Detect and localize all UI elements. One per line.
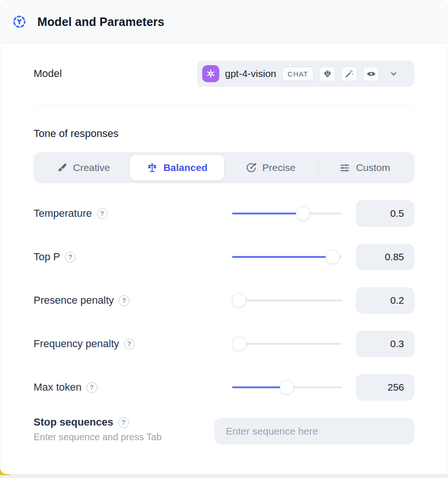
model-row: Model gpt-4-vi xyxy=(34,60,414,87)
robot-icon xyxy=(319,67,336,81)
tab-creative[interactable]: Creative xyxy=(36,155,130,180)
top-p-value[interactable]: 0.85 xyxy=(356,244,414,270)
slider-track[interactable] xyxy=(232,299,342,301)
param-label: Presence penalty xyxy=(34,294,114,307)
temperature-slider[interactable] xyxy=(232,206,342,221)
slider-thumb[interactable] xyxy=(232,293,246,307)
param-label: Top P xyxy=(34,251,60,263)
frequency-penalty-value[interactable]: 0.3 xyxy=(356,331,414,357)
stop-sequences-hint: Enter sequence and press Tab xyxy=(34,432,162,443)
tab-label: Precise xyxy=(262,162,295,173)
balance-scale-icon xyxy=(146,162,158,173)
slider-thumb[interactable] xyxy=(326,250,340,264)
slider-thumb[interactable] xyxy=(232,337,246,351)
top-p-slider[interactable] xyxy=(232,250,342,264)
page-background-strip xyxy=(0,474,448,478)
help-icon[interactable]: ? xyxy=(119,295,129,306)
presence-penalty-value[interactable]: 0.2 xyxy=(356,287,414,314)
chevron-down-icon[interactable] xyxy=(388,68,399,79)
presence-penalty-slider[interactable] xyxy=(232,293,342,307)
slider-track[interactable] xyxy=(232,343,342,345)
param-label: Temperature xyxy=(34,207,92,220)
model-type-badge: CHAT xyxy=(282,67,314,81)
tone-heading: Tone of responses xyxy=(34,128,414,140)
frequency-penalty-slider[interactable] xyxy=(232,337,342,351)
max-token-slider[interactable] xyxy=(232,380,342,394)
target-icon xyxy=(246,162,257,173)
param-row-temperature: Temperature ? 0.5 xyxy=(34,200,414,227)
vision-eye-icon xyxy=(363,67,379,81)
panel-title: Model and Parameters xyxy=(37,15,164,29)
model-hub-icon xyxy=(12,14,27,29)
help-icon[interactable]: ? xyxy=(97,208,108,219)
model-select-dropdown[interactable]: gpt-4-vision CHAT xyxy=(197,60,414,87)
tone-tabs: Creative Balanced xyxy=(34,152,414,183)
param-row-frequency-penalty: Frequency penalty ? 0.3 xyxy=(34,331,414,357)
param-row-max-token: Max token ? 256 xyxy=(34,374,414,401)
magic-wand-icon xyxy=(341,67,357,81)
tab-label: Balanced xyxy=(164,162,207,173)
model-parameters-panel: Model and Parameters Model xyxy=(0,0,448,474)
slider-thumb[interactable] xyxy=(280,380,294,394)
help-icon[interactable]: ? xyxy=(118,417,129,428)
slider-fill xyxy=(232,386,287,388)
brush-icon xyxy=(57,162,68,173)
max-token-value[interactable]: 256 xyxy=(356,374,414,401)
param-row-presence-penalty: Presence penalty ? 0.2 xyxy=(34,287,414,314)
tab-custom[interactable]: Custom xyxy=(318,155,412,180)
param-label: Max token xyxy=(34,381,82,393)
selected-model-name: gpt-4-vision xyxy=(225,68,276,79)
slider-fill xyxy=(232,213,305,214)
slider-thumb[interactable] xyxy=(296,206,310,221)
panel-header: Model and Parameters xyxy=(0,0,448,43)
tab-label: Creative xyxy=(73,162,110,173)
tab-balanced[interactable]: Balanced xyxy=(130,155,224,180)
section-divider xyxy=(34,106,414,106)
stop-sequence-input[interactable] xyxy=(215,418,414,444)
tab-label: Custom xyxy=(356,162,390,173)
tab-precise[interactable]: Precise xyxy=(224,155,318,180)
help-icon[interactable]: ? xyxy=(65,252,76,263)
sliders-icon xyxy=(339,162,350,173)
model-label: Model xyxy=(34,68,62,80)
help-icon[interactable]: ? xyxy=(86,382,97,393)
stop-sequences-label: Stop sequences xyxy=(34,416,113,428)
param-label: Frequency penalty xyxy=(34,338,119,350)
param-row-top-p: Top P ? 0.85 xyxy=(34,244,414,270)
openai-logo-icon xyxy=(202,65,219,82)
slider-fill xyxy=(232,256,339,258)
stop-sequences-row: Stop sequences ? Enter sequence and pres… xyxy=(34,416,414,444)
help-icon[interactable]: ? xyxy=(124,339,135,350)
temperature-value[interactable]: 0.5 xyxy=(356,200,414,227)
